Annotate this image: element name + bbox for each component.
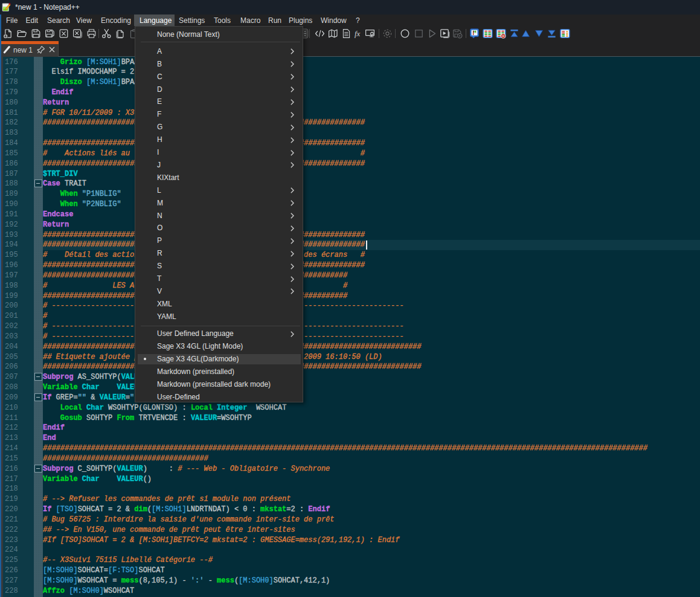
svg-text:1: 1 (474, 30, 476, 33)
svg-text:fx: fx (355, 29, 361, 38)
